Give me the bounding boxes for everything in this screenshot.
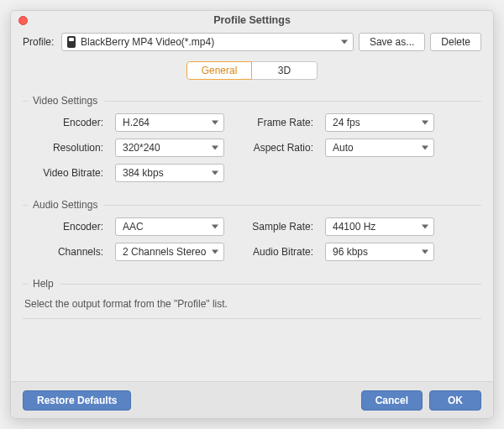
resolution-select[interactable]: 320*240 xyxy=(115,139,224,157)
profile-settings-dialog: Profile Settings Profile: BlackBerry MP4… xyxy=(10,10,494,419)
frame-rate-label: Frame Rate: xyxy=(236,117,313,128)
aspect-ratio-label: Aspect Ratio: xyxy=(236,142,313,154)
chevron-down-icon xyxy=(212,146,218,150)
chevron-down-icon xyxy=(212,225,218,229)
restore-defaults-button[interactable]: Restore Defaults xyxy=(23,390,131,411)
channels-label: Channels: xyxy=(26,246,103,258)
aspect-ratio-select[interactable]: Auto xyxy=(325,139,434,157)
channels-select[interactable]: 2 Channels Stereo xyxy=(115,243,224,261)
chevron-down-icon xyxy=(212,121,218,125)
video-settings-heading: Video Settings xyxy=(23,95,481,107)
tab-general[interactable]: General xyxy=(186,61,252,80)
chevron-down-icon xyxy=(341,40,348,44)
delete-button[interactable]: Delete xyxy=(430,33,481,51)
chevron-down-icon xyxy=(422,250,428,254)
frame-rate-select[interactable]: 24 fps xyxy=(325,113,434,132)
chevron-down-icon xyxy=(212,250,218,254)
audio-encoder-label: Encoder: xyxy=(26,221,103,233)
chevron-down-icon xyxy=(212,171,218,175)
profile-label: Profile: xyxy=(23,36,56,48)
chevron-down-icon xyxy=(422,146,428,150)
audio-encoder-select[interactable]: AAC xyxy=(115,217,224,236)
save-as-button[interactable]: Save as... xyxy=(359,33,425,51)
video-encoder-select[interactable]: H.264 xyxy=(115,113,224,132)
video-encoder-label: Encoder: xyxy=(26,117,103,128)
window-title: Profile Settings xyxy=(213,14,291,26)
sample-rate-label: Sample Rate: xyxy=(236,221,313,233)
help-text: Select the output format from the "Profi… xyxy=(23,296,481,315)
profile-selected-value: BlackBerry MP4 Video(*.mp4) xyxy=(81,36,214,48)
audio-bitrate-select[interactable]: 96 kbps xyxy=(325,243,434,261)
device-icon xyxy=(67,36,76,48)
tab-segmented-control: General 3D xyxy=(186,61,318,80)
chevron-down-icon xyxy=(422,121,428,125)
audio-settings-heading: Audio Settings xyxy=(23,199,481,211)
profile-select[interactable]: BlackBerry MP4 Video(*.mp4) xyxy=(61,33,354,51)
divider xyxy=(23,318,481,319)
close-icon[interactable] xyxy=(18,16,28,25)
dialog-footer: Restore Defaults Cancel OK xyxy=(11,381,493,418)
video-bitrate-label: Video Bitrate: xyxy=(26,167,103,179)
cancel-button[interactable]: Cancel xyxy=(361,390,423,411)
resolution-label: Resolution: xyxy=(26,142,103,154)
ok-button[interactable]: OK xyxy=(429,390,481,411)
help-heading: Help xyxy=(23,278,481,290)
video-bitrate-select[interactable]: 384 kbps xyxy=(115,164,224,182)
sample-rate-select[interactable]: 44100 Hz xyxy=(325,217,434,236)
titlebar: Profile Settings xyxy=(11,11,493,29)
audio-bitrate-label: Audio Bitrate: xyxy=(236,246,313,258)
tab-3d[interactable]: 3D xyxy=(252,61,318,80)
chevron-down-icon xyxy=(422,225,428,229)
